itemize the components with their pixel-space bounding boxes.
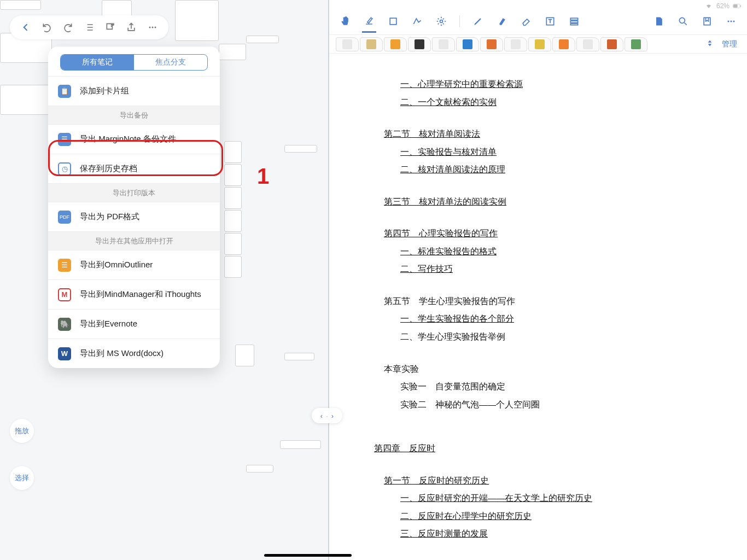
marker-tool-icon[interactable] [496,15,508,27]
text-tool-icon[interactable] [544,15,556,27]
highlight-tool-icon[interactable] [363,15,375,27]
toc-line[interactable]: 第三节 核对清单法的阅读实例 [384,193,725,211]
export-pdf[interactable]: PDF 导出为 PDF格式 [48,202,220,231]
bookmark-icon[interactable] [701,15,713,27]
export-mindmanager[interactable]: M 导出到MindManager和 iThoughts [48,279,220,309]
export-evernote[interactable]: 🐘 导出到Evernote [48,309,220,339]
more-button[interactable] [145,20,160,34]
annotation-number-1: 1 [257,164,269,189]
toc-line[interactable]: 一、心理学研究中的重要检索源 [400,75,725,94]
form-tool-icon[interactable] [568,15,580,27]
back-button[interactable] [19,20,33,34]
settings-icon[interactable] [435,15,447,27]
scope-segment[interactable]: 所有笔记 焦点分支 [60,54,208,71]
document-tab[interactable] [408,37,431,51]
export-marginnote-backup[interactable]: ☰ 导出 MarginNote 备份文件 [48,124,220,154]
document-tab[interactable] [504,37,527,51]
toc-line[interactable]: 一、标准实验报告的格式 [400,243,725,261]
document-content[interactable]: 一、心理学研究中的重要检索源 二、一个文献检索的实例 第二节 核对清单阅读法 一… [329,54,747,560]
omnioutliner-icon: ☰ [58,259,71,272]
export-msword[interactable]: W 导出到 MS Word(docx) [48,339,220,368]
document-tab[interactable] [432,37,455,51]
toc-line[interactable]: 二、一个文献检索的实例 [400,94,725,112]
svg-point-2 [154,27,156,28]
document-tab[interactable] [528,37,551,51]
word-icon: W [58,347,71,360]
tab-thumbnail [607,39,617,49]
toc-line[interactable]: 一、实验报告与核对清单 [400,143,725,161]
pane-splitter[interactable]: ‹ · › [312,408,342,423]
hand-tool-icon[interactable] [339,15,351,27]
sort-icon[interactable] [705,39,714,50]
select-mode-button[interactable]: 选择 [10,466,34,490]
toc-line[interactable]: 一、反应时研究的开端——在天文学上的研究历史 [400,489,725,508]
save-history-archive[interactable]: ◷ 保存到历史存档 [48,154,220,183]
toc-line[interactable]: 第二节 核对清单阅读法 [384,125,725,143]
edit-button[interactable] [103,20,118,34]
manage-tabs-button[interactable]: 管理 [719,39,740,49]
document-tab[interactable] [576,37,599,51]
outline-button[interactable] [82,20,96,34]
document-tabs: 管理 [329,35,747,54]
document-tab[interactable] [625,37,647,51]
toc-line[interactable]: 本章实验 [384,360,725,378]
eraser-tool-icon[interactable] [520,15,532,27]
toc-line[interactable]: 第一节 反应时的研究历史 [384,472,725,490]
toc-line[interactable]: 二、写作技巧 [400,260,725,278]
toc-chapter[interactable]: 第四章 反应时 [374,440,725,458]
document-toolbar [329,8,747,35]
toc-line[interactable]: 二、学生心理实验报告举例 [400,328,725,346]
wifi-icon [704,3,713,9]
toc-line[interactable]: 二、核对清单阅读法的原理 [400,161,725,179]
toc-line[interactable]: 三、反应时测量的发展 [400,525,725,543]
battery-icon [733,3,742,9]
document-tab[interactable] [456,37,479,51]
label: 导出到Evernote [80,319,137,329]
chevron-right-icon: › [331,412,334,420]
backup-icon: ☰ [58,133,71,146]
redo-button[interactable] [61,20,75,34]
tab-thumbnail [463,39,472,49]
svg-rect-7 [570,21,577,22]
crop-tool-icon[interactable] [387,15,399,27]
document-tab[interactable] [336,37,359,51]
toc-line[interactable]: 第五节 学生心理实验报告的写作 [384,293,725,311]
svg-point-12 [731,20,732,22]
more-icon[interactable] [725,15,737,27]
label: 导出为 PDF格式 [80,212,139,222]
section-open-in: 导出并在其他应用中打开 [48,231,220,250]
tab-thumbnail [559,39,569,49]
svg-point-4 [440,20,443,22]
battery-percent: 62% [716,2,730,10]
tab-thumbnail [631,39,641,49]
drag-mode-button[interactable]: 拖放 [10,419,34,443]
pdf-icon: PDF [58,211,71,224]
export-omnioutliner[interactable]: ☰ 导出到OmniOutliner [48,250,220,279]
toc-line[interactable]: 实验二 神秘的气泡——个人空间圈 [400,396,725,414]
label: 导出到MindManager和 iThoughts [80,289,201,300]
share-button[interactable] [124,20,138,34]
toc-line[interactable]: 二、反应时在心理学中的研究历史 [400,508,725,526]
svg-point-9 [679,18,685,23]
tab-thumbnail [366,39,376,49]
toc-line[interactable]: 一、学生实验报告的各个部分 [400,310,725,328]
document-tab[interactable] [360,37,383,51]
lasso-tool-icon[interactable] [411,15,423,27]
seg-all-notes[interactable]: 所有笔记 [61,55,134,70]
add-to-cardset[interactable]: 📋 添加到卡片组 [48,76,220,106]
document-tab[interactable] [384,37,407,51]
document-tab[interactable] [552,37,575,51]
document-tab[interactable] [600,37,623,51]
toc-line[interactable]: 第四节 心理实验报告的写作 [384,225,725,243]
svg-point-1 [151,27,153,28]
label: 保存到历史存档 [80,164,137,174]
seg-focus-branch[interactable]: 焦点分支 [134,55,207,70]
pen-tool-icon[interactable] [472,15,484,27]
toc-line[interactable]: 实验一 自变量范围的确定 [400,378,725,396]
document-tab[interactable] [480,37,503,51]
search-icon[interactable] [677,15,689,27]
svg-point-0 [149,27,150,28]
document-icon[interactable] [653,15,665,27]
mindmap-toolbar [10,15,168,39]
undo-button[interactable] [40,20,54,34]
